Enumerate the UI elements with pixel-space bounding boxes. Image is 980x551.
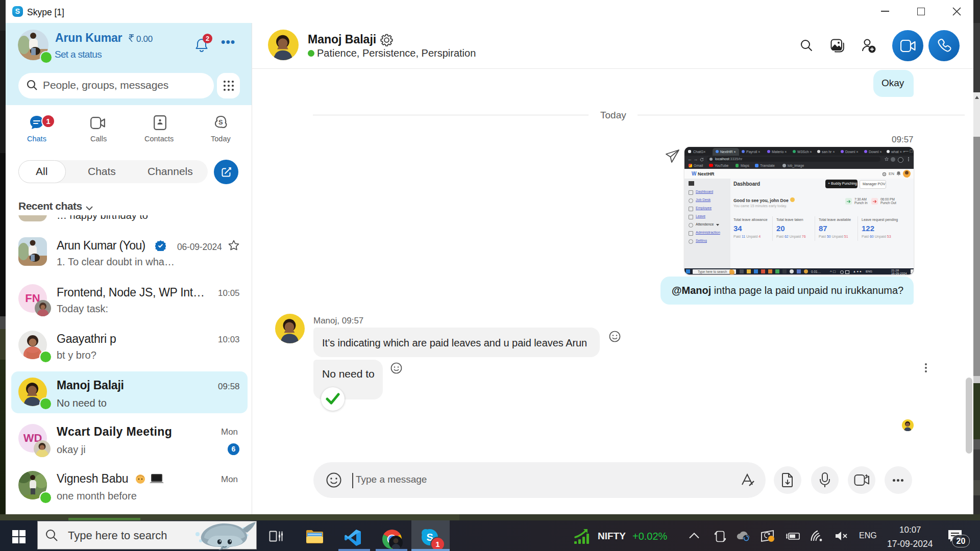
- svg-text:S: S: [218, 118, 223, 126]
